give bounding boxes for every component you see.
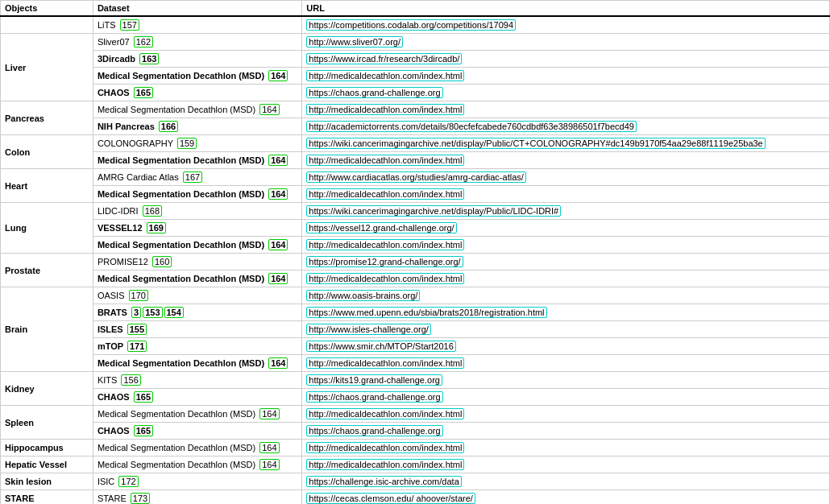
- dataset-ref: 167: [183, 171, 202, 183]
- url-value[interactable]: http://medicaldecathlon.com/index.html: [306, 155, 464, 166]
- dataset-cell: COLONOGRAPHY 159: [93, 135, 301, 152]
- url-cell[interactable]: http://www.isles-challenge.org/: [302, 321, 830, 338]
- object-cell: Pancreas: [1, 101, 93, 135]
- dataset-name: CHAOS: [98, 88, 132, 97]
- url-value[interactable]: https://www.ircad.fr/research/3dircadb/: [306, 53, 462, 64]
- url-value[interactable]: http://academictorrents.com/details/80ec…: [306, 121, 637, 132]
- url-cell[interactable]: https://vessel12.grand-challenge.org/: [302, 220, 830, 237]
- url-cell[interactable]: http://medicaldecathlon.com/index.html: [302, 152, 830, 169]
- url-cell[interactable]: http://medicaldecathlon.com/index.html: [302, 68, 830, 85]
- table-row: Medical Segmentation Decathlon (MSD) 164…: [1, 355, 830, 372]
- url-value[interactable]: http://www.sliver07.org/: [306, 36, 403, 48]
- dataset-ref: 164: [268, 273, 288, 284]
- url-value[interactable]: https://kits19.grand-challenge.org: [306, 374, 442, 386]
- dataset-name: AMRG Cardiac Atlas: [98, 172, 181, 182]
- url-value[interactable]: http://medicaldecathlon.com/index.html: [306, 104, 464, 115]
- url-value[interactable]: http://www.isles-challenge.org/: [306, 324, 431, 335]
- url-cell[interactable]: http://www.sliver07.org/: [302, 34, 830, 51]
- url-value[interactable]: http://medicaldecathlon.com/index.html: [306, 70, 464, 81]
- url-value[interactable]: http://medicaldecathlon.com/index.html: [306, 442, 464, 453]
- url-value[interactable]: http://medicaldecathlon.com/index.html: [306, 357, 464, 369]
- url-value[interactable]: https://wiki.cancerimagingarchive.net/di…: [306, 205, 561, 217]
- table-row: Medical Segmentation Decathlon (MSD) 164…: [1, 68, 830, 85]
- url-value[interactable]: https://chaos.grand-challenge.org: [306, 87, 442, 98]
- url-cell[interactable]: https://chaos.grand-challenge.org: [302, 389, 830, 406]
- url-value[interactable]: https://chaos.grand-challenge.org: [306, 425, 442, 436]
- url-cell[interactable]: https://competitions.codalab.org/competi…: [302, 16, 830, 34]
- url-value[interactable]: http://medicaldecathlon.com/index.html: [306, 239, 464, 250]
- table-row: Medical Segmentation Decathlon (MSD) 164…: [1, 271, 830, 287]
- dataset-ref: 3: [131, 307, 141, 318]
- url-cell[interactable]: http://medicaldecathlon.com/index.html: [302, 237, 830, 254]
- url-value[interactable]: http://medicaldecathlon.com/index.html: [306, 273, 464, 284]
- url-cell[interactable]: http://medicaldecathlon.com/index.html: [302, 440, 830, 456]
- url-cell[interactable]: https://cecas.clemson.edu/ ahoover/stare…: [302, 490, 830, 505]
- dataset-ref: 164: [259, 442, 279, 453]
- table-row: BRATS 3153154https://www.med.upenn.edu/s…: [1, 304, 830, 321]
- url-value[interactable]: https://challenge.isic-archive.com/data: [306, 476, 461, 487]
- object-cell: Hippocampus: [1, 440, 93, 456]
- dataset-cell: CHAOS 165: [93, 85, 301, 101]
- header-url: URL: [302, 1, 830, 17]
- url-value[interactable]: http://medicaldecathlon.com/index.html: [306, 408, 464, 419]
- url-cell[interactable]: http://medicaldecathlon.com/index.html: [302, 271, 830, 287]
- url-cell[interactable]: http://medicaldecathlon.com/index.html: [302, 355, 830, 372]
- dataset-cell: VESSEL12 169: [93, 220, 301, 237]
- url-value[interactable]: https://wiki.cancerimagingarchive.net/di…: [306, 138, 765, 149]
- url-cell[interactable]: https://chaos.grand-challenge.org: [302, 423, 830, 440]
- url-cell[interactable]: http://medicaldecathlon.com/index.html: [302, 406, 830, 423]
- url-value[interactable]: http://www.cardiacatlas.org/studies/amrg…: [306, 171, 526, 183]
- dataset-name: Medical Segmentation Decathlon (MSD): [98, 409, 258, 419]
- dataset-cell: Medical Segmentation Decathlon (MSD) 164: [93, 456, 301, 473]
- url-cell[interactable]: https://www.ircad.fr/research/3dircadb/: [302, 51, 830, 68]
- dataset-ref: 154: [164, 307, 184, 318]
- url-cell[interactable]: http://www.cardiacatlas.org/studies/amrg…: [302, 169, 830, 186]
- url-cell[interactable]: https://chaos.grand-challenge.org: [302, 85, 830, 101]
- url-cell[interactable]: http://academictorrents.com/details/80ec…: [302, 118, 830, 135]
- table-row: Medical Segmentation Decathlon (MSD) 164…: [1, 152, 830, 169]
- dataset-ref: 164: [268, 70, 288, 81]
- object-cell: Skin lesion: [1, 473, 93, 490]
- url-value[interactable]: https://promise12.grand-challenge.org/: [306, 256, 463, 267]
- dataset-ref: 155: [127, 324, 147, 335]
- table-row: LiTS 157https://competitions.codalab.org…: [1, 16, 830, 34]
- url-cell[interactable]: https://wiki.cancerimagingarchive.net/di…: [302, 135, 830, 152]
- url-cell[interactable]: https://www.smir.ch/MTOP/Start2016: [302, 338, 830, 355]
- dataset-cell: PROMISE12 160: [93, 254, 301, 271]
- url-cell[interactable]: http://medicaldecathlon.com/index.html: [302, 456, 830, 473]
- table-row: CHAOS 165https://chaos.grand-challenge.o…: [1, 85, 830, 101]
- url-cell[interactable]: http://medicaldecathlon.com/index.html: [302, 186, 830, 203]
- url-cell[interactable]: https://wiki.cancerimagingarchive.net/di…: [302, 203, 830, 220]
- url-value[interactable]: http://www.oasis-brains.org/: [306, 290, 420, 301]
- url-value[interactable]: http://medicaldecathlon.com/index.html: [306, 188, 464, 200]
- dataset-name: Medical Segmentation Decathlon (MSD): [98, 443, 258, 452]
- dataset-ref: 170: [129, 290, 148, 301]
- dataset-ref: 173: [131, 493, 150, 504]
- url-cell[interactable]: http://www.oasis-brains.org/: [302, 287, 830, 304]
- dataset-ref: 164: [268, 239, 288, 250]
- url-cell[interactable]: http://medicaldecathlon.com/index.html: [302, 101, 830, 118]
- table-row: Medical Segmentation Decathlon (MSD) 164…: [1, 237, 830, 254]
- table-row: mTOP 171https://www.smir.ch/MTOP/Start20…: [1, 338, 830, 355]
- url-value[interactable]: https://cecas.clemson.edu/ ahoover/stare…: [306, 493, 475, 504]
- url-value[interactable]: https://chaos.grand-challenge.org: [306, 391, 442, 403]
- dataset-name: mTOP: [98, 341, 126, 351]
- table-row: LungLIDC-IDRI 168https://wiki.cancerimag…: [1, 203, 830, 220]
- url-value[interactable]: http://medicaldecathlon.com/index.html: [306, 459, 464, 470]
- url-value[interactable]: https://vessel12.grand-challenge.org/: [306, 222, 456, 233]
- dataset-ref: 164: [268, 155, 288, 166]
- url-value[interactable]: https://competitions.codalab.org/competi…: [306, 19, 516, 31]
- url-cell[interactable]: https://kits19.grand-challenge.org: [302, 372, 830, 389]
- url-cell[interactable]: https://www.med.upenn.edu/sbia/brats2018…: [302, 304, 830, 321]
- url-cell[interactable]: https://challenge.isic-archive.com/data: [302, 473, 830, 490]
- dataset-ref: 164: [259, 459, 279, 470]
- dataset-name: LIDC-IDRI: [98, 206, 141, 216]
- url-cell[interactable]: https://promise12.grand-challenge.org/: [302, 254, 830, 271]
- dataset-ref: 159: [177, 138, 197, 149]
- dataset-cell: ISLES 155: [93, 321, 301, 338]
- url-value[interactable]: https://www.smir.ch/MTOP/Start2016: [306, 341, 456, 352]
- dataset-cell: AMRG Cardiac Atlas 167: [93, 169, 301, 186]
- url-value[interactable]: https://www.med.upenn.edu/sbia/brats2018…: [306, 307, 546, 318]
- header-objects: Objects: [1, 1, 93, 17]
- dataset-ref: 165: [134, 87, 153, 98]
